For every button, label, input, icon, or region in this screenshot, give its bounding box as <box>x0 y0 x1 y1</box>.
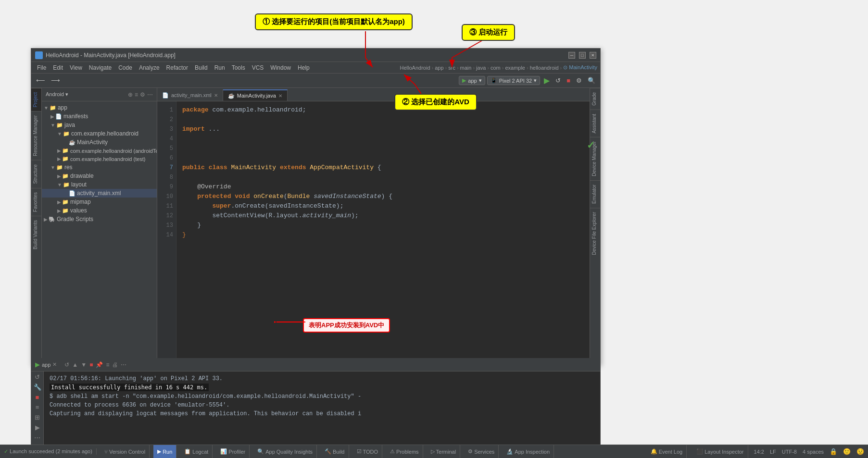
status-tab-layout-inspector[interactable]: ⬛ Layout Inspector <box>692 445 748 458</box>
status-tab-version-control[interactable]: ⑂ Version Control <box>101 445 150 458</box>
sidebar-tab-structure[interactable]: Structure <box>31 160 41 188</box>
search-button[interactable]: 🔍 <box>586 76 597 85</box>
right-tab-grade[interactable]: Grade <box>590 88 600 110</box>
more-bottom-icon[interactable]: ⋯ <box>121 361 126 368</box>
settings-button[interactable]: ⚙ <box>574 76 584 85</box>
tree-item-androidtest[interactable]: ▶ 📁 com.example.helloandroid (androidTes… <box>42 147 157 155</box>
tree-item-test[interactable]: ▶ 📁 com.example.helloandroid (test) <box>42 155 157 163</box>
menu-help[interactable]: Help <box>295 63 313 72</box>
status-tab-event-log[interactable]: 🔔 Event Log <box>647 445 687 458</box>
tab-activity-main[interactable]: 📄 activity_main.xml ✕ <box>157 89 223 101</box>
right-tab-assistant[interactable]: Assistant <box>590 110 600 137</box>
bottom-btn-6[interactable]: ⋯ <box>34 434 40 441</box>
menu-vcs[interactable]: VCS <box>249 63 267 72</box>
title-bar-controls[interactable]: ─ □ ✕ <box>568 52 596 59</box>
tree-item-java[interactable]: ▼ 📁 java <box>42 121 157 129</box>
breadcrumb-helloandroid[interactable]: HelloAndroid <box>400 65 430 71</box>
tree-item-gradle[interactable]: ▶ 🐘 Gradle Scripts <box>42 215 157 223</box>
status-tab-app-inspection[interactable]: 🔬 App Inspection <box>503 445 554 458</box>
collapse-icon[interactable]: ≡ <box>135 91 138 98</box>
tree-item-package[interactable]: ▼ 📁 com.example.helloandroid <box>42 129 157 138</box>
vcs-icon: ⑂ <box>104 449 108 455</box>
bottom-btn-4[interactable]: ⊞ <box>35 414 40 421</box>
menu-window[interactable]: Window <box>267 63 294 72</box>
sidebar-tab-project[interactable]: Project <box>31 88 41 111</box>
problems-icon: ⚠ <box>390 448 395 455</box>
tree-item-res[interactable]: ▼ 📁 res <box>42 163 157 172</box>
menu-build[interactable]: Build <box>192 63 211 72</box>
status-tab-todo[interactable]: ☑ TODO <box>353 445 383 458</box>
right-tab-emulator[interactable]: Emulator <box>590 180 600 208</box>
menu-refactor[interactable]: Refactor <box>164 63 191 72</box>
tree-item-drawable[interactable]: ▶ 📁 drawable <box>42 172 157 180</box>
status-tab-aqi[interactable]: 🔍 App Quality Insights <box>253 445 317 458</box>
tree-item-mipmap[interactable]: ▶ 📁 mipmap <box>42 198 157 206</box>
sidebar-tab-build-variants[interactable]: Build Variants <box>31 216 41 253</box>
sidebar-tab-resource[interactable]: Resource Manager <box>31 111 41 160</box>
status-tab-build[interactable]: 🔨 Build <box>321 445 349 458</box>
tree-item-values[interactable]: ▶ 📁 values <box>42 206 157 215</box>
menu-view[interactable]: View <box>67 63 85 72</box>
stop-button[interactable]: ■ <box>565 76 572 85</box>
android-selector[interactable]: Android ▾ <box>46 91 68 98</box>
scroll-down-icon[interactable]: ▼ <box>81 361 87 368</box>
bottom-btn-1[interactable]: ↺ <box>35 373 40 381</box>
sync-icon[interactable]: ⊕ <box>128 91 133 98</box>
settings-icon[interactable]: ⚙ <box>140 91 145 98</box>
menu-analyze[interactable]: Analyze <box>136 63 163 72</box>
breadcrumb-com[interactable]: com <box>491 65 501 71</box>
bottom-btn-2[interactable]: 🔧 <box>34 384 41 391</box>
tree-label-drawable: drawable <box>70 173 94 179</box>
minimize-button[interactable]: ─ <box>568 52 575 59</box>
menu-code[interactable]: Code <box>115 63 135 72</box>
bottom-btn-stop[interactable]: ■ <box>36 394 39 401</box>
breadcrumb-main[interactable]: main <box>460 65 472 71</box>
status-tab-run[interactable]: ▶ Run <box>153 445 176 458</box>
tree-item-activity-main[interactable]: ▶ 📄 activity_main.xml <box>42 189 157 198</box>
more-icon[interactable]: ⋯ <box>147 91 153 98</box>
right-tab-file-explorer[interactable]: Device File Explorer <box>590 208 600 259</box>
sidebar-tab-favorites[interactable]: Favorites <box>31 188 41 216</box>
editor-tabs: 📄 activity_main.xml ✕ ☕ MainActivity.jav… <box>157 88 590 101</box>
close-java-tab[interactable]: ✕ <box>278 93 282 99</box>
tree-item-app[interactable]: ▼ 📁 app <box>42 103 157 112</box>
bottom-btn-5[interactable]: ▶ <box>35 424 40 431</box>
menu-tools[interactable]: Tools <box>229 63 248 72</box>
back-button[interactable]: ⟵ <box>34 76 47 85</box>
menu-navigate[interactable]: Navigate <box>86 63 114 72</box>
tree-item-layout[interactable]: ▼ 📁 layout <box>42 180 157 189</box>
maximize-button[interactable]: □ <box>579 52 586 59</box>
tree-item-mainactivity[interactable]: ▶ ☕ MainActivity <box>42 138 157 147</box>
run-button[interactable]: ▶ <box>542 75 552 86</box>
menu-run[interactable]: Run <box>212 63 228 72</box>
breadcrumb-app[interactable]: app <box>435 65 443 71</box>
breadcrumb-java[interactable]: java <box>476 65 486 71</box>
breadcrumb-helloandroid2[interactable]: helloandroid <box>530 65 559 71</box>
status-tab-services[interactable]: ⚙ Services <box>464 445 499 458</box>
pin-icon[interactable]: 📌 <box>96 361 103 368</box>
run-icon-status: ▶ <box>157 448 161 455</box>
status-tab-terminal[interactable]: ▷ Terminal <box>427 445 461 458</box>
app-selector[interactable]: ▶ app ▾ <box>459 76 485 85</box>
status-tab-profiler[interactable]: 📊 Profiler <box>216 445 250 458</box>
close-button[interactable]: ✕ <box>590 52 596 59</box>
menu-edit[interactable]: Edit <box>50 63 66 72</box>
close-xml-tab[interactable]: ✕ <box>214 93 218 98</box>
refresh-icon[interactable]: ↺ <box>64 361 69 368</box>
run-tab-close[interactable]: ✕ <box>52 361 57 368</box>
tab-mainactivity[interactable]: ☕ MainActivity.java ✕ <box>223 89 288 101</box>
status-tab-problems[interactable]: ⚠ Problems <box>386 445 423 458</box>
soft-wrap-icon[interactable]: ≡ <box>106 361 109 368</box>
forward-button[interactable]: ⟶ <box>49 76 62 85</box>
breadcrumb-example[interactable]: example <box>505 65 525 71</box>
scroll-up-icon[interactable]: ▲ <box>72 361 78 368</box>
bottom-btn-3[interactable]: ≡ <box>36 404 39 411</box>
menu-file[interactable]: File <box>34 63 49 72</box>
stop-run-icon[interactable]: ■ <box>89 361 93 368</box>
tree-item-manifests[interactable]: ▶ 📄 manifests <box>42 112 157 121</box>
device-selector[interactable]: 📱 Pixel 2 API 32 ▾ <box>487 76 541 85</box>
breadcrumb-src[interactable]: src <box>448 65 455 71</box>
reload-button[interactable]: ↺ <box>554 76 563 85</box>
status-tab-logcat[interactable]: 📋 Logcat <box>180 445 213 458</box>
print-icon[interactable]: 🖨 <box>112 361 118 368</box>
